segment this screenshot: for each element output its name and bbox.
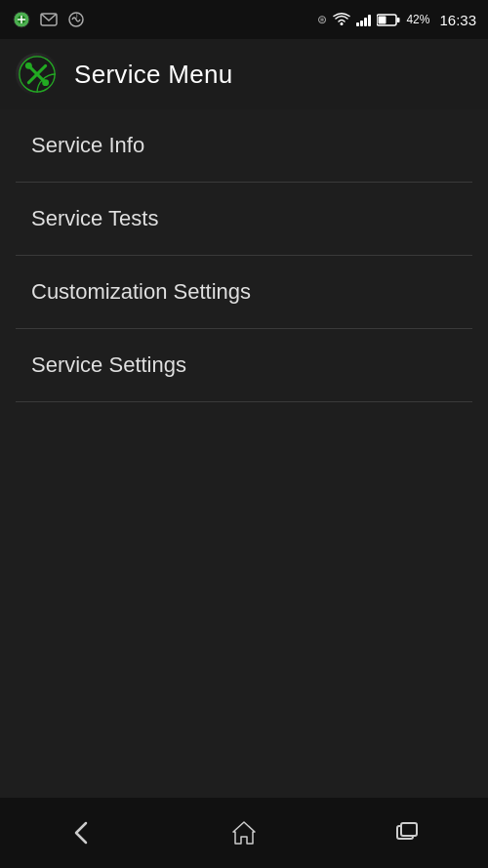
svg-point-6 [341,22,344,25]
time-display: 16:33 [439,12,476,28]
notification-icon-2 [39,10,59,29]
notification-icon-3 [66,10,86,29]
menu-item-service-tests[interactable]: Service Tests [0,183,488,255]
battery-percentage: 42% [406,13,429,26]
home-button[interactable] [205,798,283,868]
battery-icon [377,14,400,26]
notification-icon-1 [12,10,31,29]
recents-button[interactable] [368,798,446,868]
app-logo [16,53,59,96]
status-bar: ⊛ 42% 16:33 [0,0,488,39]
status-bar-left-icons [12,10,86,29]
divider-4 [16,401,472,402]
svg-rect-8 [397,18,400,22]
svg-point-13 [25,62,32,69]
app-header: Service Menu [0,39,488,109]
wifi-icon [333,12,350,28]
menu-item-service-info[interactable]: Service Info [0,109,488,182]
back-button[interactable] [42,798,120,868]
status-bar-right-icons: ⊛ 42% 16:33 [317,12,476,28]
menu-content: Service Info Service Tests Customization… [0,109,488,798]
svg-rect-9 [379,16,386,23]
svg-rect-18 [401,823,417,836]
app-title: Service Menu [74,60,233,90]
svg-point-14 [42,79,49,86]
menu-item-service-settings[interactable]: Service Settings [0,329,488,401]
signal-strength-icon [356,13,371,26]
nfc-icon: ⊛ [317,13,327,26]
menu-item-customization-settings[interactable]: Customization Settings [0,256,488,328]
nav-bar [0,798,488,868]
